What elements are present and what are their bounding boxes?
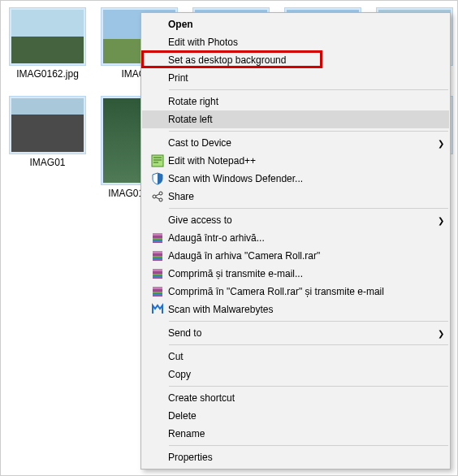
svg-point-1 [153, 195, 156, 198]
menu-give-access[interactable]: Give access to ❯ [142, 211, 449, 229]
menu-label: Edit with Notepad++ [168, 155, 444, 167]
svg-rect-7 [153, 240, 162, 242]
menu-label: Scan with Malwarebytes [168, 304, 444, 315]
context-menu: Open Edit with Photos Set as desktop bac… [140, 12, 451, 470]
menu-label: Rotate right [168, 96, 444, 107]
menu-label: Comprimă și transmite e-mail... [168, 268, 444, 279]
chevron-right-icon: ❯ [431, 329, 444, 338]
menu-label: Adaugă în arhiva "Camera Roll.rar" [168, 250, 444, 262]
menu-label: Print [168, 72, 444, 84]
menu-rotate-right[interactable]: Rotate right [142, 93, 449, 110]
chevron-right-icon: ❯ [431, 139, 444, 148]
menu-share[interactable]: Share [142, 188, 449, 206]
menu-rar-add[interactable]: Adaugă într-o arhivă... [142, 229, 449, 247]
menu-create-shortcut[interactable]: Create shortcut [142, 389, 449, 407]
menu-label: Rotate left [168, 114, 444, 125]
menu-defender[interactable]: Scan with Windows Defender... [142, 170, 449, 188]
menu-label: Rename [168, 428, 444, 439]
menu-label: Create shortcut [168, 392, 444, 404]
menu-label: Comprimă în "Camera Roll.rar" și transmi… [168, 286, 444, 297]
file-thumbnail[interactable]: IMAG01 [9, 96, 86, 199]
menu-delete[interactable]: Delete [142, 407, 449, 425]
menu-separator [169, 344, 448, 345]
menu-copy[interactable]: Copy [142, 366, 449, 383]
svg-rect-18 [153, 292, 162, 293]
svg-rect-11 [153, 258, 162, 260]
shield-icon [147, 172, 168, 185]
chevron-right-icon: ❯ [431, 216, 444, 225]
svg-rect-9 [153, 251, 162, 253]
rar-icon [147, 249, 168, 262]
menu-label: Copy [168, 369, 444, 380]
menu-label: Cast to Device [168, 137, 431, 149]
file-thumbnail[interactable]: IMAG0162.jpg [9, 7, 86, 80]
malwarebytes-icon [147, 303, 168, 316]
menu-separator [169, 131, 448, 132]
svg-rect-13 [153, 269, 162, 271]
svg-rect-14 [153, 274, 162, 275]
svg-point-2 [159, 192, 162, 195]
menu-label: Adaugă într-o arhivă... [168, 232, 444, 244]
menu-label: Set as desktop background [168, 54, 444, 66]
svg-rect-5 [153, 233, 162, 236]
menu-label: Send to [168, 327, 431, 339]
svg-point-3 [159, 198, 162, 201]
rar-icon [147, 285, 168, 298]
menu-separator [169, 89, 448, 90]
thumbnail-image [9, 7, 86, 66]
menu-label: Edit with Photos [168, 37, 444, 48]
menu-properties[interactable]: Properties [142, 448, 449, 466]
menu-label: Open [168, 19, 444, 30]
menu-label: Cut [168, 351, 444, 362]
svg-rect-15 [153, 276, 162, 278]
svg-rect-0 [152, 155, 163, 167]
rar-icon [147, 267, 168, 280]
menu-label: Share [168, 191, 444, 202]
menu-separator [169, 386, 448, 387]
thumbnail-image [9, 96, 86, 154]
menu-cut[interactable]: Cut [142, 348, 449, 366]
share-icon [147, 190, 168, 203]
menu-malwarebytes[interactable]: Scan with Malwarebytes [142, 301, 449, 318]
menu-label: Properties [168, 452, 444, 463]
menu-send-to[interactable]: Send to ❯ [142, 324, 449, 342]
file-name-label: IMAG0162.jpg [16, 68, 79, 80]
file-name-label: IMAG01 [29, 157, 65, 168]
menu-notepadpp[interactable]: Edit with Notepad++ [142, 152, 449, 170]
menu-rar-add-named[interactable]: Adaugă în arhiva "Camera Roll.rar" [142, 247, 449, 265]
svg-rect-6 [153, 238, 162, 240]
svg-rect-17 [153, 287, 162, 289]
menu-rename[interactable]: Rename [142, 425, 449, 443]
menu-cast-to-device[interactable]: Cast to Device ❯ [142, 134, 449, 152]
menu-rar-email-named[interactable]: Comprimă în "Camera Roll.rar" și transmi… [142, 283, 449, 301]
rar-icon [147, 232, 168, 244]
menu-print[interactable]: Print [142, 69, 449, 87]
menu-rar-email[interactable]: Comprimă și transmite e-mail... [142, 265, 449, 283]
menu-set-background[interactable]: Set as desktop background [142, 51, 449, 69]
menu-separator [169, 445, 448, 446]
menu-label: Give access to [168, 214, 431, 226]
svg-rect-19 [153, 294, 162, 296]
menu-open[interactable]: Open [142, 15, 449, 33]
menu-label: Delete [168, 410, 444, 422]
menu-rotate-left[interactable]: Rotate left [142, 110, 449, 128]
menu-separator [169, 321, 448, 322]
menu-label: Scan with Windows Defender... [168, 173, 444, 184]
svg-rect-10 [153, 256, 162, 257]
menu-separator [169, 208, 448, 209]
menu-edit-photos[interactable]: Edit with Photos [142, 33, 449, 51]
notepadpp-icon [147, 154, 168, 167]
